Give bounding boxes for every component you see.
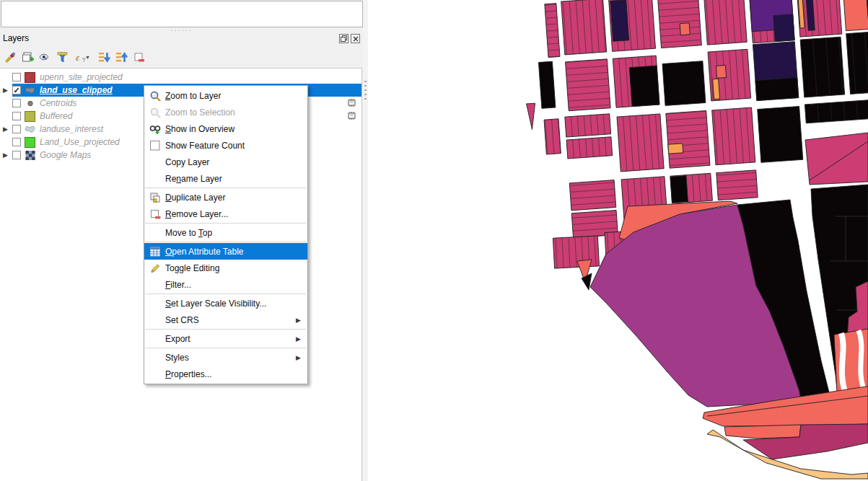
- menu-item-label: Move to Top: [165, 228, 296, 238]
- add-group-icon: [22, 51, 34, 63]
- layer-expander-icon[interactable]: ▶: [3, 86, 10, 94]
- menu-separator: [145, 187, 307, 188]
- layer-visibility-checkbox[interactable]: [12, 86, 21, 94]
- layer-visibility-checkbox[interactable]: [12, 112, 21, 120]
- layer-label: Centroids: [40, 98, 76, 108]
- filter-legend-button[interactable]: [53, 49, 71, 65]
- menu-item-zoom-to-layer[interactable]: Zoom to Layer: [144, 87, 307, 104]
- menu-item-label: Export: [165, 334, 296, 344]
- float-panel-button[interactable]: [339, 34, 348, 43]
- remove-layer-group-button[interactable]: [130, 49, 147, 65]
- menu-item-label: Set Layer Scale Visibility...: [165, 299, 296, 309]
- layer-swatch-polygon: [25, 86, 35, 95]
- layer-label: Land_Use_projected: [40, 137, 120, 147]
- open-layer-styling-button[interactable]: [1, 49, 19, 65]
- menu-item-label: Show Feature Count: [165, 141, 296, 151]
- submenu-arrow-icon: ▶: [296, 335, 307, 343]
- layer-swatch-raster: [25, 151, 35, 160]
- menu-item-set-layer-scale-visibility[interactable]: Set Layer Scale Visibility...: [144, 295, 307, 312]
- menu-item-label: Zoom to Layer: [165, 91, 296, 101]
- browser-panel-empty: [1, 1, 363, 27]
- layer-item-upenn_site_projected[interactable]: upenn_site_projected: [0, 71, 361, 84]
- menu-item-properties[interactable]: Properties...: [144, 366, 307, 382]
- menu-item-label: Duplicate Layer: [165, 193, 296, 203]
- menu-item-label: Properties...: [165, 369, 296, 379]
- layer-swatch-fill: [25, 111, 35, 122]
- brush-icon: [4, 51, 17, 63]
- toggle-editing-pencil-icon: [149, 262, 161, 274]
- layer-label: upenn_site_projected: [40, 72, 123, 82]
- dock-splitter-vertical[interactable]: [363, 0, 368, 481]
- layer-context-menu: Zoom to LayerZoom to SelectionShow in Ov…: [144, 85, 308, 384]
- layer-expander-icon[interactable]: ▶: [3, 125, 10, 133]
- layer-label: Google Maps: [40, 150, 91, 160]
- menu-item-open-attribute-table[interactable]: Open Attribute Table: [144, 243, 307, 260]
- dropdown-caret-icon: ▾: [86, 54, 89, 61]
- manage-map-themes-button[interactable]: [36, 49, 53, 65]
- zoom-to-selection-icon: [149, 107, 161, 118]
- menu-item-copy-layer[interactable]: Copy Layer: [144, 154, 307, 170]
- layer-visibility-checkbox[interactable]: [12, 151, 21, 159]
- menu-separator: [145, 223, 307, 224]
- add-group-button[interactable]: [19, 49, 36, 65]
- menu-item-toggle-editing[interactable]: Toggle Editing: [144, 260, 307, 276]
- map-canvas[interactable]: [368, 0, 868, 481]
- layer-swatch-fill: [25, 137, 35, 148]
- expand-all-button[interactable]: [95, 49, 113, 65]
- menu-item-label: Styles: [165, 353, 296, 363]
- layer-expander-icon[interactable]: ▶: [3, 151, 10, 159]
- duplicate-layer-icon: [149, 192, 161, 203]
- layer-swatch-polygon: [25, 125, 35, 134]
- layer-swatch-fill: [25, 72, 35, 83]
- layers-panel-header: Layers: [0, 32, 363, 46]
- layer-label: landuse_interest: [40, 124, 103, 134]
- svg-text:ε: ε: [76, 52, 80, 63]
- menu-item-zoom-to-selection: Zoom to Selection: [144, 104, 307, 120]
- menu-item-label: Remove Layer...: [165, 209, 296, 219]
- menu-item-rename-layer[interactable]: Rename Layer: [144, 170, 307, 187]
- show-in-overview-icon: [149, 123, 161, 135]
- splitter-handle: [364, 81, 367, 100]
- menu-item-styles[interactable]: Styles▶: [144, 349, 307, 366]
- menu-separator: [145, 294, 307, 294]
- menu-item-label: Zoom to Selection: [165, 107, 296, 118]
- menu-item-label: Show in Overview: [165, 124, 296, 134]
- menu-separator: [145, 329, 307, 330]
- layer-visibility-checkbox[interactable]: [12, 73, 21, 81]
- menu-item-export[interactable]: Export▶: [144, 330, 307, 347]
- collapse-all-button[interactable]: [113, 49, 130, 65]
- layer-swatch-point: [25, 99, 35, 108]
- close-panel-button[interactable]: [351, 34, 360, 43]
- remove-icon: [133, 51, 145, 63]
- menu-item-set-crs[interactable]: Set CRS▶: [144, 312, 307, 328]
- layer-label: Buffered: [40, 111, 72, 121]
- qgis-window: ······ Layers: [0, 0, 868, 481]
- menu-item-label: Open Attribute Table: [165, 247, 296, 257]
- layer-label: land_use_clipped: [40, 85, 113, 95]
- filter-by-expression-button[interactable]: ε ▾: [71, 49, 95, 65]
- submenu-arrow-icon: ▶: [296, 317, 307, 324]
- menu-item-filter[interactable]: Filter...: [144, 276, 307, 293]
- menu-item-remove-layer[interactable]: Remove Layer...: [144, 206, 307, 222]
- menu-item-show-feature-count[interactable]: Show Feature Count: [144, 137, 307, 154]
- feature-count-checkbox-icon: [149, 140, 161, 151]
- menu-item-label: Filter...: [165, 280, 296, 290]
- layer-visibility-checkbox[interactable]: [12, 138, 21, 146]
- menu-item-show-in-overview[interactable]: Show in Overview: [144, 120, 307, 137]
- eye-icon: [39, 51, 51, 63]
- layer-visibility-checkbox[interactable]: [12, 99, 21, 107]
- remove-layer-icon: [149, 208, 161, 220]
- expand-all-icon: [98, 51, 110, 63]
- menu-item-duplicate-layer[interactable]: Duplicate Layer: [144, 189, 307, 206]
- menu-item-label: Copy Layer: [165, 157, 296, 167]
- close-icon: [353, 36, 359, 42]
- float-icon: [341, 35, 347, 42]
- layers-panel-title: Layers: [3, 33, 29, 43]
- layers-toolbar: ε ▾: [1, 48, 361, 66]
- attribute-table-icon: [149, 246, 161, 257]
- zoom-to-layer-icon: [149, 90, 161, 102]
- layer-visibility-checkbox[interactable]: [12, 125, 21, 133]
- memory-layer-indicator-icon: [346, 110, 357, 121]
- menu-separator: [145, 242, 307, 242]
- menu-item-move-to-top[interactable]: Move to Top: [144, 224, 307, 241]
